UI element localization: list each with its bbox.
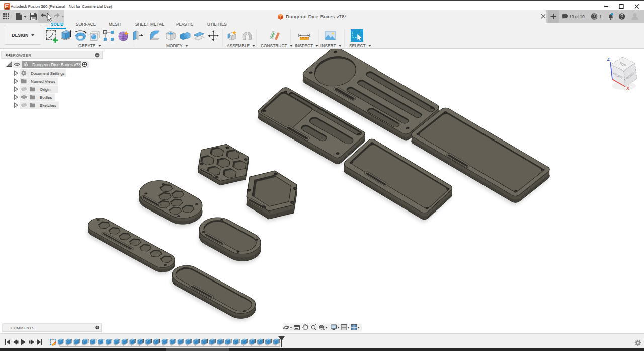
svg-text:Bodies: Bodies [40,95,52,100]
svg-text:Sketches: Sketches [40,103,56,108]
svg-text:Dungeon Dice Boxes v78: Dungeon Dice Boxes v78 [32,62,81,67]
svg-text:Document Settings: Document Settings [31,71,65,76]
svg-text:Origin: Origin [40,87,50,92]
svg-text:BROWSER: BROWSER [10,53,31,58]
svg-text:COMMENTS: COMMENTS [11,326,35,330]
svg-text:Named Views: Named Views [31,79,55,84]
